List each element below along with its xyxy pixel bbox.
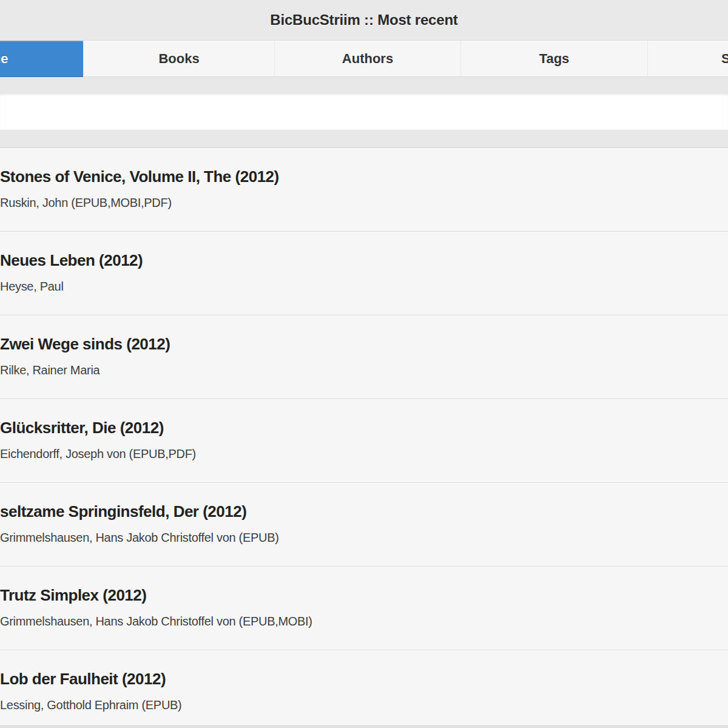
tab-series[interactable]: Series [648,41,728,77]
tab-books-label: Books [158,51,199,67]
book-list-item[interactable]: Zwei Wege sinds (2012) Rilke, Rainer Mar… [0,315,728,399]
book-list-item[interactable]: Stones of Venice, Volume II, The (2012) … [0,148,728,232]
book-title: seltzame Springinsfeld, Der (2012) [0,502,728,521]
book-author: Rilke, Rainer Maria [0,363,728,377]
book-title: Zwei Wege sinds (2012) [0,335,728,353]
main-navbar: Home Books Authors Tags Series [0,41,728,77]
bicbucstriim-app: BicBucStriim :: Most recent Home Books A… [0,0,728,728]
book-title: Glücksritter, Die (2012) [0,419,728,437]
horizontal-scrollbar[interactable] [0,725,728,728]
book-list-item[interactable]: Neues Leben (2012) Heyse, Paul [0,232,728,315]
tab-authors-label: Authors [342,51,393,67]
book-list-item[interactable]: Lob der Faulheit (2012) Lessing, Gotthol… [0,650,728,728]
book-title: Trutz Simplex (2012) [0,586,728,604]
book-list-item[interactable]: Trutz Simplex (2012) Grimmelshausen, Han… [0,567,728,650]
book-list-item[interactable]: Glücksritter, Die (2012) Eichendorff, Jo… [0,399,728,483]
book-list: Stones of Venice, Volume II, The (2012) … [0,148,728,728]
tab-series-label: Series [721,51,728,67]
tab-tags-label: Tags [539,51,570,67]
book-list-item[interactable]: seltzame Springinsfeld, Der (2012) Grimm… [0,483,728,567]
page-title: BicBucStriim :: Most recent [270,12,457,29]
tab-authors[interactable]: Authors [275,41,460,77]
tab-home[interactable]: Home [0,41,83,77]
search-input[interactable] [0,93,728,130]
book-title: Neues Leben (2012) [0,251,728,269]
book-author: Grimmelshausen, Hans Jakob Christoffel v… [0,530,728,545]
book-author: Heyse, Paul [0,279,728,294]
book-title: Lob der Faulheit (2012) [0,670,728,688]
book-title: Stones of Venice, Volume II, The (2012) [0,167,728,186]
app-header: BicBucStriim :: Most recent [0,0,728,41]
content-gap-bottom [0,130,728,148]
tab-home-label: Home [0,51,8,67]
content-gap-top [0,77,728,93]
book-author: Ruskin, John (EPUB,MOBI,PDF) [0,195,728,210]
tab-books[interactable]: Books [84,41,274,77]
book-author: Eichendorff, Joseph von (EPUB,PDF) [0,447,728,461]
book-author: Lessing, Gotthold Ephraim (EPUB) [0,698,728,712]
tab-tags[interactable]: Tags [461,41,647,77]
book-author: Grimmelshausen, Hans Jakob Christoffel v… [0,614,728,629]
navbar-tabstrip: Home Books Authors Tags Series [0,41,728,77]
